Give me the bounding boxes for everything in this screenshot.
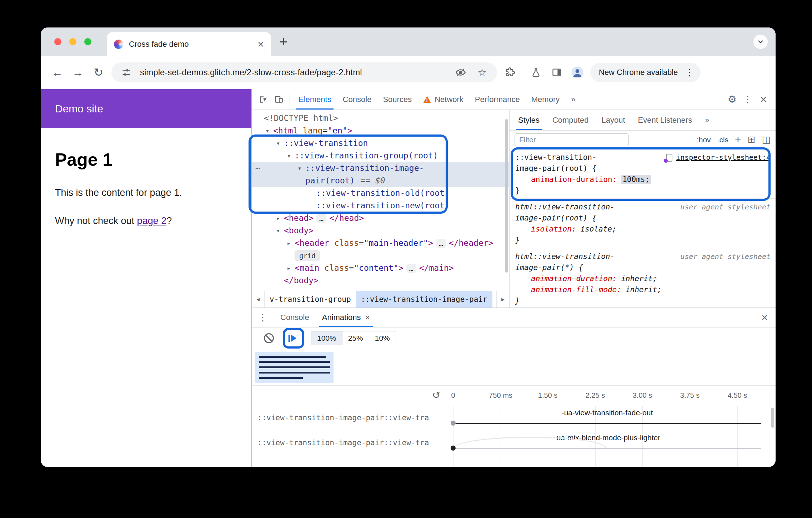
tab-styles[interactable]: Styles xyxy=(512,110,546,130)
keyframe-dot[interactable] xyxy=(451,446,456,451)
computed-sidebar-icon[interactable]: ◫ xyxy=(762,134,771,145)
new-style-rule-button[interactable]: + xyxy=(735,134,741,146)
dom-node-view-transition-group[interactable]: ▾ ::view-transition-group(root) xyxy=(252,149,509,162)
more-tabs-button[interactable]: » xyxy=(565,89,581,110)
tab-event-listeners[interactable]: Event Listeners xyxy=(632,110,699,130)
dom-node-view-transition[interactable]: ▾ ::view-transition xyxy=(252,137,509,149)
close-devtools-icon[interactable]: × xyxy=(756,93,771,106)
expand-arrow-icon[interactable]: ▾ xyxy=(263,125,272,137)
page-2-link[interactable]: page 2 xyxy=(137,215,167,226)
css-value-highlighted[interactable]: 100ms; xyxy=(621,175,651,184)
bookmark-star-icon[interactable]: ☆ xyxy=(474,67,490,78)
tab-performance[interactable]: Performance xyxy=(469,89,526,110)
crumb-scroll-right-icon[interactable]: ▶ xyxy=(496,291,509,308)
replay-timeline-icon[interactable]: ↺ xyxy=(432,389,440,401)
speed-25-button[interactable]: 25% xyxy=(342,331,369,345)
css-declaration[interactable]: isolation:isolate; xyxy=(515,224,770,235)
dom-node-view-transition-new[interactable]: ::view-transition-new(root) xyxy=(252,199,509,212)
dom-node-head[interactable]: ▸ <head>…</head> xyxy=(252,212,509,224)
settings-gear-icon[interactable]: ⚙ xyxy=(724,93,740,105)
elements-scrollbar[interactable] xyxy=(505,119,508,273)
dom-node-main[interactable]: ▸ <main class="content">…</main> xyxy=(252,262,509,274)
address-bar[interactable]: simple-set-demos.glitch.me/2-slow-cross-… xyxy=(111,62,497,82)
animation-track[interactable] xyxy=(453,448,761,449)
close-animations-tab-icon[interactable]: × xyxy=(365,313,370,323)
device-toolbar-icon[interactable] xyxy=(271,95,287,104)
resume-all-button[interactable] xyxy=(285,331,300,345)
inspector-stylesheet-link[interactable]: inspector-stylesheet:4 xyxy=(676,152,771,163)
experiments-flask-icon[interactable] xyxy=(528,67,544,77)
tab-computed[interactable]: Computed xyxy=(546,110,595,130)
expand-arrow-icon[interactable]: ▾ xyxy=(285,149,293,162)
animation-preview-thumbnail[interactable] xyxy=(255,352,334,383)
styles-filter-input[interactable] xyxy=(515,133,629,146)
maximize-window-button[interactable] xyxy=(84,38,91,45)
tab-animations[interactable]: Animations× xyxy=(316,308,377,327)
drawer-menu-kebab-icon[interactable]: ⋮ xyxy=(252,312,274,323)
collapsed-content-icon[interactable]: … xyxy=(436,239,446,248)
speed-10-button[interactable]: 10% xyxy=(369,331,396,345)
animation-track[interactable] xyxy=(453,423,761,424)
dom-node-header[interactable]: ▸ <header class="main-header">…</header> xyxy=(252,237,509,249)
chrome-update-button[interactable]: New Chrome available ⋮ xyxy=(590,63,701,82)
devtools-menu-kebab-icon[interactable]: ⋮ xyxy=(740,94,756,105)
tab-memory[interactable]: Memory xyxy=(526,89,565,110)
tab-search-chevron-icon[interactable] xyxy=(753,35,768,49)
inspect-element-icon[interactable] xyxy=(255,95,271,104)
profile-avatar[interactable] xyxy=(570,66,585,79)
css-declaration[interactable]: animation-fill-mode:inherit; xyxy=(515,284,770,295)
grid-badge[interactable]: grid xyxy=(295,250,320,261)
css-declaration[interactable]: animation-duration:100ms; xyxy=(515,174,770,185)
expand-arrow-icon[interactable]: ▾ xyxy=(274,137,282,149)
dom-node-view-transition-image-pair-selected[interactable]: ⋯ ▾ ::view-transition-image- pair(root)=… xyxy=(252,162,509,187)
rendering-emulation-icon[interactable]: ⊞ xyxy=(748,134,756,145)
dom-node-view-transition-old[interactable]: ::view-transition-old(root) xyxy=(252,187,509,199)
style-rule-ua-root[interactable]: user agent stylesheet html::view-transit… xyxy=(510,199,776,248)
collapse-arrow-icon[interactable]: ▸ xyxy=(274,212,282,224)
speed-100-button[interactable]: 100% xyxy=(311,331,342,345)
collapsed-content-icon[interactable]: … xyxy=(406,264,416,273)
browser-tab[interactable]: Cross fade demo × xyxy=(107,32,271,56)
tab-console[interactable]: Console xyxy=(337,89,377,110)
new-tab-button[interactable]: + xyxy=(279,34,287,50)
site-info-icon[interactable] xyxy=(119,67,134,77)
collapse-arrow-icon[interactable]: ▸ xyxy=(285,262,293,274)
rule-source[interactable]: inspector-stylesheet:4 xyxy=(666,152,771,163)
collapsed-content-icon[interactable]: … xyxy=(316,214,326,223)
tab-console-drawer[interactable]: Console xyxy=(274,308,316,327)
toggle-element-state-button[interactable]: :hov xyxy=(697,136,711,144)
keyframe-dot[interactable] xyxy=(451,421,456,426)
more-style-tabs-button[interactable]: » xyxy=(698,110,716,130)
css-declaration-overridden[interactable]: animation-duration:inherit; xyxy=(515,273,770,284)
tab-layout[interactable]: Layout xyxy=(595,110,631,130)
back-button[interactable]: ← xyxy=(49,66,65,79)
tab-network[interactable]: Network xyxy=(417,89,469,110)
minimize-window-button[interactable] xyxy=(69,38,76,45)
reload-button[interactable]: ↻ xyxy=(91,66,106,79)
style-rule-ua-star[interactable]: user agent stylesheet html::view-transit… xyxy=(510,248,776,308)
crumb-view-transition-image-pair[interactable]: ::view-transition-image-pair xyxy=(356,291,492,308)
tab-elements[interactable]: Elements xyxy=(293,89,337,110)
eye-blocked-icon[interactable] xyxy=(453,67,468,78)
dom-node-body[interactable]: ▾ <body> xyxy=(252,224,509,237)
dom-doctype[interactable]: <!DOCTYPE html> xyxy=(252,112,509,125)
collapse-arrow-icon[interactable]: ▸ xyxy=(285,237,293,249)
drawer-scrollbar[interactable] xyxy=(771,408,774,428)
expand-arrow-icon[interactable]: ▾ xyxy=(274,224,282,237)
side-panel-icon[interactable] xyxy=(549,67,565,77)
tab-close-icon[interactable]: × xyxy=(257,39,264,50)
extensions-puzzle-icon[interactable] xyxy=(502,67,518,77)
close-drawer-icon[interactable]: × xyxy=(753,311,776,324)
forward-button[interactable]: → xyxy=(70,66,86,79)
browser-menu-kebab-icon[interactable]: ⋮ xyxy=(682,67,697,78)
clear-all-animations-icon[interactable] xyxy=(264,333,274,343)
close-window-button[interactable] xyxy=(54,38,61,45)
animation-row-fade-out[interactable]: ::view-transition-image-pair::view-tra -… xyxy=(252,406,776,431)
crumb-view-transition-group[interactable]: v-transition-group xyxy=(265,291,356,308)
dom-node-body-close[interactable]: </body> xyxy=(252,274,509,287)
tab-sources[interactable]: Sources xyxy=(377,89,417,110)
url-text[interactable]: simple-set-demos.glitch.me/2-slow-cross-… xyxy=(140,67,447,77)
crumb-scroll-left-icon[interactable]: ◀ xyxy=(252,291,265,308)
element-classes-button[interactable]: .cls xyxy=(717,136,729,144)
animation-row-mix-blend[interactable]: ::view-transition-image-pair::view-tra -… xyxy=(252,431,776,456)
